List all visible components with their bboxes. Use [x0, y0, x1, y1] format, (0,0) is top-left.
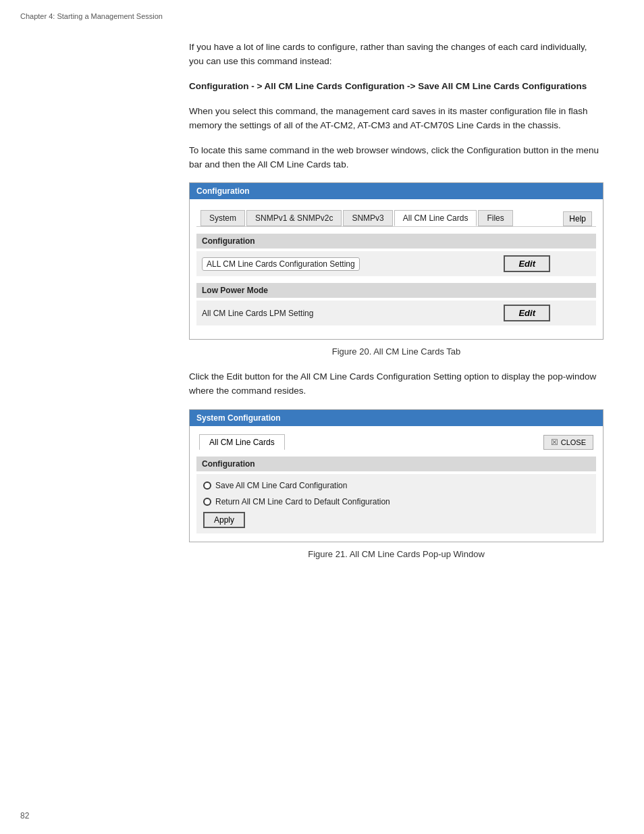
- figure-21-body: All CM Line Cards ☒ CLOSE Configuration …: [190, 426, 603, 542]
- tab-system[interactable]: System: [200, 210, 245, 226]
- radio-1-circle[interactable]: [203, 481, 211, 490]
- config-row-label: ALL CM Line Cards Configuration Setting: [202, 259, 504, 269]
- tab-snmpv1[interactable]: SNMPv1 & SNMPv2c: [246, 210, 342, 226]
- radio-option-2: Return All CM Line Card to Default Confi…: [203, 496, 589, 508]
- page-header: Chapter 4: Starting a Management Session: [0, 0, 644, 20]
- tab-all-cm-line-cards[interactable]: All CM Line Cards: [394, 210, 477, 226]
- lpm-row: All CM Line Cards LPM Setting Edit: [196, 301, 596, 325]
- figure-20-title: Configuration: [190, 183, 603, 199]
- help-button[interactable]: Help: [563, 211, 592, 226]
- close-icon: ☒: [551, 438, 558, 447]
- config-section-header: Configuration: [196, 234, 596, 249]
- apply-button[interactable]: Apply: [203, 512, 245, 528]
- popup-config-section-header: Configuration: [196, 457, 596, 471]
- popup-tabs-row: All CM Line Cards ☒ CLOSE: [196, 432, 596, 450]
- radio-2-circle[interactable]: [203, 498, 211, 506]
- tab-snmpv3[interactable]: SNMPv3: [343, 210, 392, 226]
- figure-21-title: System Configuration: [190, 410, 603, 426]
- paragraph-3: When you select this command, the manage…: [189, 105, 603, 133]
- paragraph-2-path: Configuration - > All CM Line Cards Conf…: [189, 80, 603, 94]
- figure20-description: Click the Edit button for the All CM Lin…: [189, 370, 603, 398]
- lpm-edit-button[interactable]: Edit: [504, 305, 550, 321]
- figure-21-box: System Configuration All CM Line Cards ☒…: [189, 409, 603, 542]
- config-edit-button[interactable]: Edit: [504, 255, 550, 272]
- config-row: ALL CM Line Cards Configuration Setting …: [196, 251, 596, 276]
- radio-option-1: Save All CM Line Card Configuration: [203, 479, 589, 492]
- figure-20-box: Configuration System SNMPv1 & SNMPv2c SN…: [189, 182, 603, 340]
- lpm-section-header: Low Power Mode: [196, 283, 596, 298]
- figure-20-body: System SNMPv1 & SNMPv2c SNMPv3 All CM Li…: [190, 199, 603, 339]
- popup-tab-all-cm[interactable]: All CM Line Cards: [199, 434, 285, 450]
- paragraph-1: If you have a lot of line cards to confi…: [189, 41, 603, 69]
- lpm-row-label: All CM Line Cards LPM Setting: [202, 309, 504, 318]
- figure-20-tabs-row: System SNMPv1 & SNMPv2c SNMPv3 All CM Li…: [196, 206, 596, 227]
- paragraph-4: To locate this same command in the web b…: [189, 144, 603, 172]
- figure-20-caption: Figure 20. All CM Line Cards Tab: [189, 346, 603, 357]
- figure-21-caption: Figure 21. All CM Line Cards Pop-up Wind…: [189, 549, 603, 559]
- page-number: 82: [20, 811, 29, 820]
- close-button[interactable]: ☒ CLOSE: [543, 435, 593, 450]
- popup-config-content: Save All CM Line Card Configuration Retu…: [196, 474, 596, 533]
- tab-files[interactable]: Files: [478, 210, 512, 226]
